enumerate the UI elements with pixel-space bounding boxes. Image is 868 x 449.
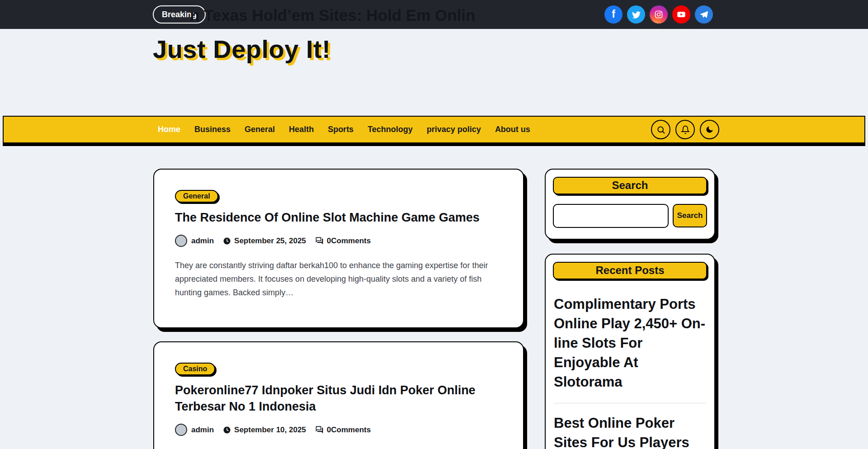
- avatar[interactable]: [175, 424, 187, 436]
- search-submit-button[interactable]: Search: [673, 204, 707, 227]
- moon-icon: [705, 125, 714, 134]
- comments-icon: [315, 236, 324, 245]
- post-meta: admin September 10, 2025 0Comments: [175, 424, 502, 436]
- twitter-icon[interactable]: [627, 5, 645, 24]
- post-title[interactable]: Pokeronline77 Idnpoker Situs Judi Idn Po…: [175, 382, 502, 415]
- nav-menu: Home Business General Health Sports Tech…: [158, 117, 530, 142]
- site-title[interactable]: Just Deploy It!: [153, 33, 343, 66]
- post-excerpt: They are constantly striving daftar berk…: [175, 259, 502, 299]
- notifications-button[interactable]: [675, 120, 695, 139]
- nav-actions: [651, 120, 719, 139]
- youtube-icon[interactable]: [672, 5, 690, 24]
- instagram-icon[interactable]: [650, 5, 668, 24]
- page: Breaking n Texas Hold’em Sites: Hold Em …: [0, 0, 868, 449]
- top-bar: Breaking n Texas Hold’em Sites: Hold Em …: [0, 0, 868, 29]
- search-toggle-button[interactable]: [651, 120, 670, 139]
- clock-icon: [223, 237, 231, 245]
- nav-item-privacy-policy[interactable]: privacy policy: [427, 125, 481, 134]
- recent-post-link[interactable]: Best Online Poker Sites For Us Players: [554, 413, 706, 449]
- avatar[interactable]: [175, 235, 187, 247]
- recent-posts-widget: Recent Posts Complimentary Ports Online …: [545, 254, 715, 449]
- category-badge[interactable]: Casino: [175, 363, 215, 375]
- telegram-icon[interactable]: [695, 5, 713, 24]
- post-date: September 10, 2025: [234, 425, 306, 435]
- post-card: Casino Pokeronline77 Idnpoker Situs Judi…: [153, 341, 524, 449]
- main-nav: Home Business General Health Sports Tech…: [3, 116, 865, 143]
- recent-post-link[interactable]: Complimentary Ports Online Play 2,450+ O…: [554, 294, 706, 392]
- social-links: f: [604, 5, 713, 24]
- nav-item-health[interactable]: Health: [289, 125, 314, 134]
- post-meta: admin September 25, 2025 0Comments: [175, 235, 502, 247]
- comments-link[interactable]: 0Comments: [327, 236, 371, 246]
- recent-posts-list: Complimentary Ports Online Play 2,450+ O…: [553, 279, 707, 449]
- search-icon: [656, 125, 665, 134]
- nav-item-about-us[interactable]: About us: [495, 125, 530, 134]
- post-title[interactable]: The Residence Of Online Slot Machine Gam…: [175, 209, 502, 226]
- post-date: September 25, 2025: [234, 236, 306, 246]
- search-widget-title: Search: [553, 177, 707, 194]
- search-widget: Search Search: [545, 169, 715, 240]
- author-link[interactable]: admin: [191, 236, 214, 246]
- dark-mode-toggle[interactable]: [700, 120, 719, 139]
- nav-item-home[interactable]: Home: [158, 125, 180, 134]
- facebook-icon[interactable]: f: [604, 5, 623, 24]
- comments-icon: [315, 425, 324, 434]
- recent-posts-title: Recent Posts: [553, 262, 707, 279]
- category-badge[interactable]: General: [175, 190, 218, 203]
- bell-icon: [681, 125, 690, 134]
- nav-item-business[interactable]: Business: [194, 125, 231, 134]
- nav-item-technology[interactable]: Technology: [368, 125, 413, 134]
- clock-icon: [223, 426, 231, 434]
- divider: [554, 403, 706, 403]
- breaking-ticker-link[interactable]: n Texas Hold’em Sites: Hold Em Onlin: [190, 0, 488, 29]
- search-input[interactable]: [553, 204, 669, 228]
- post-card: General The Residence Of Online Slot Mac…: [153, 169, 524, 328]
- author-link[interactable]: admin: [191, 425, 214, 435]
- nav-item-sports[interactable]: Sports: [328, 125, 354, 134]
- nav-item-general[interactable]: General: [245, 125, 275, 134]
- comments-link[interactable]: 0Comments: [327, 425, 371, 435]
